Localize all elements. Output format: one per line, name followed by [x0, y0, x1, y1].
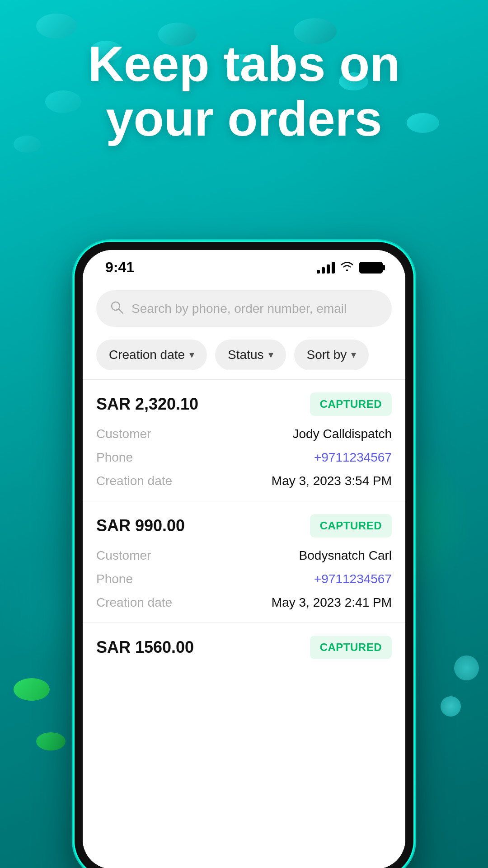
svg-line-1 [119, 309, 123, 313]
order-3-status-badge: CAPTURED [310, 636, 392, 659]
orders-list: SAR 2,320.10 CAPTURED Customer Jody Call… [83, 379, 405, 697]
order-1-phone-row: Phone +9711234567 [96, 450, 392, 465]
sort-by-filter[interactable]: Sort by ▾ [294, 340, 369, 370]
order-1-date-label: Creation date [96, 474, 172, 488]
status-filter[interactable]: Status ▾ [215, 340, 286, 370]
order-1-amount: SAR 2,320.10 [96, 395, 198, 414]
order-1-date-row: Creation date May 3, 2023 3:54 PM [96, 474, 392, 488]
order-card-1[interactable]: SAR 2,320.10 CAPTURED Customer Jody Call… [83, 379, 405, 501]
hero-headline: Keep tabs on your orders [0, 36, 488, 146]
candy-1 [36, 14, 77, 38]
candy-green-1 [14, 678, 50, 701]
signal-bar-3 [327, 264, 330, 274]
order-1-date-value: May 3, 2023 3:54 PM [272, 474, 392, 488]
hero-section: Keep tabs on your orders [0, 36, 488, 146]
status-label: Status [228, 348, 263, 362]
phone-frame: 9:41 [75, 242, 413, 868]
order-2-customer-label: Customer [96, 548, 151, 563]
order-1-header: SAR 2,320.10 CAPTURED [96, 392, 392, 416]
order-card-3[interactable]: SAR 1560.00 CAPTURED [83, 623, 405, 697]
order-2-date-value: May 3, 2023 2:41 PM [272, 595, 392, 610]
signal-bar-2 [322, 267, 325, 274]
order-1-phone-value[interactable]: +9711234567 [314, 450, 392, 465]
candy-green-2 [36, 732, 66, 750]
order-2-customer-row: Customer Bodysnatch Carl [96, 548, 392, 563]
order-1-customer-label: Customer [96, 427, 151, 441]
order-card-2[interactable]: SAR 990.00 CAPTURED Customer Bodysnatch … [83, 501, 405, 623]
order-1-phone-label: Phone [96, 450, 133, 465]
order-3-amount: SAR 1560.00 [96, 638, 194, 657]
status-bar: 9:41 [83, 250, 405, 281]
order-1-status-badge: CAPTURED [310, 392, 392, 416]
status-icons [317, 260, 383, 274]
order-2-date-label: Creation date [96, 595, 172, 610]
search-input[interactable]: Search by phone, order number, email [131, 302, 378, 316]
order-1-customer-row: Customer Jody Calldispatch [96, 427, 392, 441]
status-time: 9:41 [105, 259, 134, 276]
order-1-details: Customer Jody Calldispatch Phone +971123… [96, 427, 392, 488]
signal-bar-4 [332, 262, 335, 274]
order-2-amount: SAR 990.00 [96, 516, 185, 535]
creation-date-filter[interactable]: Creation date ▾ [96, 340, 207, 370]
order-1-customer-value: Jody Calldispatch [293, 427, 392, 441]
creation-date-label: Creation date [109, 348, 185, 362]
signal-bar-1 [317, 270, 320, 274]
phone-screen: 9:41 [83, 250, 405, 868]
phone-mockup: 9:41 [75, 242, 413, 868]
filter-row: Creation date ▾ Status ▾ Sort by ▾ [83, 334, 405, 379]
wifi-icon [340, 260, 354, 274]
search-bar[interactable]: Search by phone, order number, email [96, 290, 392, 327]
signal-icon [317, 262, 335, 274]
search-container: Search by phone, order number, email [83, 281, 405, 334]
status-chevron-icon: ▾ [268, 349, 273, 361]
order-2-details: Customer Bodysnatch Carl Phone +97112345… [96, 548, 392, 610]
sort-by-label: Sort by [307, 348, 347, 362]
order-2-phone-row: Phone +9711234567 [96, 572, 392, 586]
order-2-status-badge: CAPTURED [310, 514, 392, 538]
order-2-phone-value[interactable]: +9711234567 [314, 572, 392, 586]
app-content: Search by phone, order number, email Cre… [83, 281, 405, 868]
order-2-phone-label: Phone [96, 572, 133, 586]
sort-by-chevron-icon: ▾ [351, 349, 356, 361]
order-2-customer-value: Bodysnatch Carl [299, 548, 392, 563]
order-2-header: SAR 990.00 CAPTURED [96, 514, 392, 538]
creation-date-chevron-icon: ▾ [189, 349, 194, 361]
candy-blue-2 [441, 696, 461, 717]
order-3-header: SAR 1560.00 CAPTURED [96, 636, 392, 659]
order-2-date-row: Creation date May 3, 2023 2:41 PM [96, 595, 392, 610]
battery-icon [359, 262, 383, 274]
search-icon [110, 300, 124, 317]
candy-blue-1 [454, 656, 479, 680]
